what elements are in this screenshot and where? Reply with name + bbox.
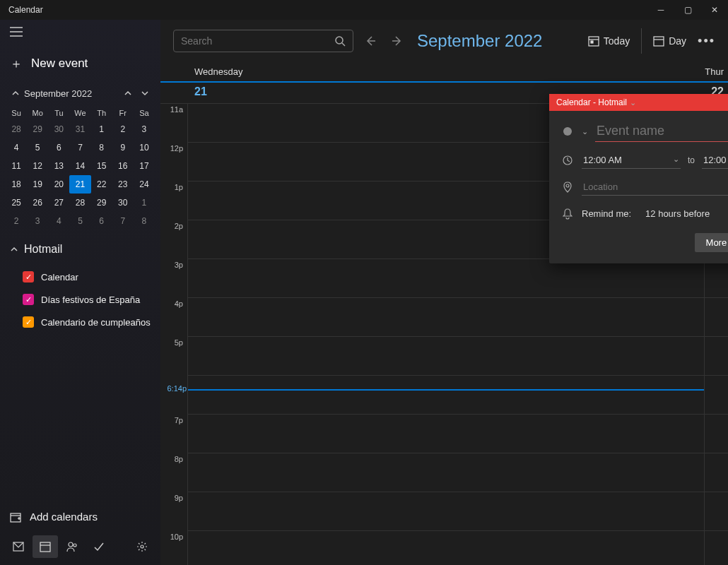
hour-cell[interactable] bbox=[188, 453, 704, 492]
mini-cal-day[interactable]: 19 bbox=[27, 175, 48, 194]
nav-forward[interactable] bbox=[387, 31, 407, 51]
account-header[interactable]: Hotmail bbox=[0, 236, 160, 263]
hour-cell[interactable] bbox=[705, 492, 728, 531]
more-menu[interactable]: ••• bbox=[698, 34, 715, 49]
mini-cal-day[interactable]: 4 bbox=[48, 212, 69, 230]
end-time-select[interactable]: 12:00 AM⌄ bbox=[702, 152, 728, 169]
mini-cal-day[interactable]: 23 bbox=[112, 175, 134, 194]
mini-cal-day[interactable]: 27 bbox=[48, 194, 69, 212]
chevron-down-icon[interactable]: ⌄ bbox=[582, 127, 588, 136]
month-title[interactable]: September 2022 bbox=[417, 31, 542, 51]
today-button[interactable]: Today bbox=[588, 35, 630, 47]
mini-cal-day[interactable]: 20 bbox=[48, 175, 69, 194]
mini-cal-day[interactable]: 10 bbox=[134, 138, 155, 157]
hamburger-menu[interactable] bbox=[0, 20, 160, 47]
remind-label: Remind me: bbox=[582, 208, 631, 219]
hour-cell[interactable] bbox=[188, 337, 704, 376]
hour-cell[interactable] bbox=[705, 531, 728, 565]
mini-cal-day[interactable]: 14 bbox=[69, 157, 90, 175]
mini-cal-day[interactable]: 15 bbox=[91, 157, 112, 175]
mini-cal-day[interactable]: 4 bbox=[6, 138, 27, 157]
popup-calendar-name[interactable]: Calendar - Hotmail bbox=[556, 97, 627, 107]
hour-cell[interactable] bbox=[188, 259, 704, 298]
calendar-list-item[interactable]: ✓Días festivos de España bbox=[10, 288, 151, 311]
mini-cal-day[interactable]: 3 bbox=[27, 212, 48, 230]
calendar-list-item[interactable]: ✓Calendario de cumpleaños bbox=[10, 311, 151, 333]
hour-cell[interactable] bbox=[188, 298, 704, 337]
mini-cal-day[interactable]: 11 bbox=[6, 157, 27, 175]
mini-cal-day[interactable]: 13 bbox=[48, 157, 69, 175]
people-icon[interactable] bbox=[59, 535, 85, 558]
remind-select[interactable]: 12 hours before⌄ bbox=[644, 206, 728, 222]
mini-cal-day[interactable]: 7 bbox=[112, 212, 134, 230]
mini-cal-day[interactable]: 1 bbox=[134, 194, 155, 212]
hour-cell[interactable] bbox=[705, 298, 728, 337]
time-label: 7p bbox=[160, 415, 183, 453]
mini-cal-day[interactable]: 3 bbox=[134, 120, 155, 138]
mini-cal-day[interactable]: 12 bbox=[27, 157, 48, 175]
mini-cal-day-head: Sa bbox=[134, 106, 155, 120]
mini-cal-day[interactable]: 30 bbox=[112, 194, 134, 212]
mini-cal-day[interactable]: 8 bbox=[134, 212, 155, 230]
hour-cell[interactable] bbox=[188, 492, 704, 531]
todo-icon[interactable] bbox=[86, 535, 112, 558]
hour-cell[interactable] bbox=[705, 259, 728, 298]
hour-cell[interactable] bbox=[188, 376, 704, 415]
day-view-button[interactable]: Day bbox=[653, 35, 686, 47]
calendar-color-indicator[interactable] bbox=[563, 127, 572, 136]
hour-cell[interactable] bbox=[188, 531, 704, 565]
mini-cal-day[interactable]: 7 bbox=[69, 138, 90, 157]
chevron-down-icon[interactable]: ⌄ bbox=[630, 98, 636, 107]
mini-cal-day[interactable]: 22 bbox=[91, 175, 112, 194]
mini-cal-day[interactable]: 6 bbox=[48, 138, 69, 157]
mini-cal-day[interactable]: 29 bbox=[27, 120, 48, 138]
mini-cal-day[interactable]: 1 bbox=[91, 120, 112, 138]
mini-cal-day[interactable]: 24 bbox=[134, 175, 155, 194]
mini-cal-prev[interactable] bbox=[119, 85, 136, 102]
mini-cal-day[interactable]: 26 bbox=[27, 194, 48, 212]
mini-cal-day[interactable]: 8 bbox=[91, 138, 112, 157]
mini-cal-day[interactable]: 31 bbox=[69, 120, 90, 138]
search-input[interactable] bbox=[181, 35, 334, 47]
calendar-checkbox[interactable]: ✓ bbox=[23, 271, 34, 282]
settings-icon[interactable] bbox=[129, 535, 155, 558]
add-calendars-button[interactable]: Add calendars bbox=[0, 502, 160, 531]
more-details-button[interactable]: More details bbox=[695, 233, 728, 252]
mini-cal-day[interactable]: 25 bbox=[6, 194, 27, 212]
calendar-icon[interactable] bbox=[33, 535, 58, 558]
window-maximize[interactable]: ▢ bbox=[674, 0, 701, 20]
mini-cal-day[interactable]: 5 bbox=[69, 212, 90, 230]
mini-cal-day[interactable]: 16 bbox=[112, 157, 134, 175]
mini-cal-collapse[interactable] bbox=[7, 85, 24, 102]
hour-cell[interactable] bbox=[705, 376, 728, 415]
hour-cell[interactable] bbox=[188, 415, 704, 453]
start-time-select[interactable]: 12:00 AM⌄ bbox=[582, 152, 681, 169]
hour-cell[interactable] bbox=[705, 453, 728, 492]
calendar-checkbox[interactable]: ✓ bbox=[23, 316, 34, 328]
nav-back[interactable] bbox=[360, 31, 380, 51]
mini-cal-day[interactable]: 30 bbox=[48, 120, 69, 138]
mini-cal-day[interactable]: 28 bbox=[6, 120, 27, 138]
new-event-button[interactable]: ＋ New event bbox=[0, 47, 160, 82]
mini-cal-day[interactable]: 2 bbox=[112, 120, 134, 138]
location-input[interactable] bbox=[582, 179, 728, 196]
hour-cell[interactable] bbox=[705, 415, 728, 453]
mini-cal-day[interactable]: 17 bbox=[134, 157, 155, 175]
mini-cal-day[interactable]: 9 bbox=[112, 138, 134, 157]
mail-icon[interactable] bbox=[6, 535, 31, 558]
event-name-input[interactable] bbox=[595, 121, 728, 142]
calendar-list-item[interactable]: ✓Calendar bbox=[10, 266, 151, 288]
mini-cal-next[interactable] bbox=[136, 85, 153, 102]
mini-cal-day[interactable]: 29 bbox=[91, 194, 112, 212]
window-minimize[interactable]: ─ bbox=[647, 0, 674, 20]
mini-cal-day[interactable]: 18 bbox=[6, 175, 27, 194]
calendar-checkbox[interactable]: ✓ bbox=[23, 294, 34, 305]
hour-cell[interactable] bbox=[705, 337, 728, 376]
mini-cal-day[interactable]: 21 bbox=[69, 175, 90, 194]
mini-cal-day[interactable]: 6 bbox=[91, 212, 112, 230]
mini-cal-day[interactable]: 28 bbox=[69, 194, 90, 212]
window-close[interactable]: ✕ bbox=[701, 0, 728, 20]
mini-cal-day[interactable]: 2 bbox=[6, 212, 27, 230]
mini-cal-day[interactable]: 5 bbox=[27, 138, 48, 157]
search-box[interactable] bbox=[173, 30, 353, 52]
